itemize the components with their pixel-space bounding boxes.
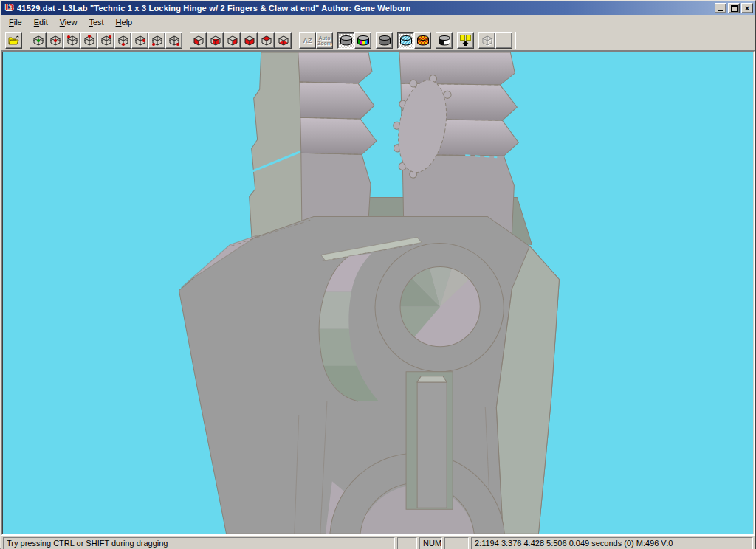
cube-right-face-icon — [227, 35, 238, 46]
menu-edit[interactable]: Edit — [28, 15, 54, 29]
cube-top-face-icon — [261, 35, 272, 46]
app-logo-icon: L3 — [3, 3, 15, 13]
menu-view[interactable]: View — [54, 15, 83, 29]
minimize-icon — [718, 10, 723, 11]
wire-cube-dot-icon — [168, 35, 180, 46]
cube-left-face-icon — [193, 35, 205, 46]
rotate-home-button[interactable] — [30, 32, 47, 49]
shading-checker-button[interactable] — [414, 32, 431, 49]
viewport-frame — [1, 51, 755, 535]
viewport-frame-inner — [2, 52, 754, 534]
close-button[interactable]: × — [741, 3, 753, 13]
window-title: 41529.dat - L3Lab "Technic 1 x 3 Locking… — [17, 4, 715, 13]
menu-file[interactable]: File — [3, 15, 28, 29]
rotate-down-button[interactable] — [114, 32, 131, 49]
wire-cube-dot-icon — [66, 35, 78, 46]
minimize-button[interactable] — [715, 3, 726, 13]
view-right-button[interactable] — [224, 32, 241, 49]
wireframe-mode-button — [478, 32, 495, 49]
status-numlock: NUM — [419, 537, 442, 549]
window-controls: × — [715, 3, 753, 13]
status-panel-empty-1 — [397, 537, 417, 549]
shading-dark-button[interactable] — [376, 32, 393, 49]
az-label: AZ — [303, 38, 312, 44]
gray-wire-cube-icon — [481, 35, 493, 46]
color-cylinder-icon — [357, 35, 370, 46]
auto-zoom-button: AutoZoom — [316, 32, 333, 49]
gray-cylinder-icon — [340, 35, 353, 46]
black-white-cylinder-icon — [438, 35, 451, 46]
titlebar[interactable]: L3 41529.dat - L3Lab "Technic 1 x 3 Lock… — [1, 1, 755, 15]
cube-back-face-icon — [244, 35, 255, 46]
wire-cube-dot-icon — [134, 35, 146, 46]
cube-bottom-face-icon — [278, 35, 289, 46]
dark-cylinder-icon — [378, 35, 391, 46]
wire-cube-green-dot-icon — [32, 35, 44, 46]
wire-cube-dot-icon — [117, 35, 129, 46]
hatched-cylinder-icon — [399, 35, 413, 46]
app-window: L3 41529.dat - L3Lab "Technic 1 x 3 Lock… — [0, 0, 756, 549]
shading-flat-gray-button[interactable] — [337, 32, 354, 49]
restore-icon — [731, 5, 738, 12]
step-up-button[interactable] — [457, 32, 474, 49]
wire-cube-dot-icon — [151, 35, 163, 46]
blank-button[interactable] — [495, 32, 512, 49]
rotate-down-right-button[interactable] — [165, 32, 182, 49]
model-viewport[interactable] — [3, 52, 753, 534]
view-back-button[interactable] — [241, 32, 258, 49]
shading-hatched-button[interactable] — [397, 32, 414, 49]
view-top-button[interactable] — [258, 32, 275, 49]
rotate-up-left-button[interactable] — [63, 32, 80, 49]
rotate-down-left-button[interactable] — [148, 32, 165, 49]
status-render-stats: 2:1194 3:376 4:428 5:506 0.049 seconds (… — [471, 537, 753, 549]
statusbar: Try pressing CTRL or SHIFT during draggi… — [1, 535, 755, 549]
view-bottom-button[interactable] — [275, 32, 292, 49]
open-folder-icon — [7, 35, 20, 46]
shading-color-button[interactable] — [354, 32, 371, 49]
restore-button[interactable] — [728, 3, 740, 13]
rotate-up-button[interactable] — [80, 32, 97, 49]
menu-help[interactable]: Help — [110, 15, 139, 29]
toolbar-separator — [515, 32, 516, 49]
toolbar: AZ AutoZoom — [1, 30, 755, 51]
auto-zoom-label: AutoZoom — [317, 35, 331, 46]
menu-test[interactable]: Test — [83, 15, 109, 29]
rotate-right-button[interactable] — [131, 32, 148, 49]
wire-cube-dot-icon — [83, 35, 95, 46]
status-message: Try pressing CTRL or SHIFT during draggi… — [3, 537, 395, 549]
view-front-button[interactable] — [207, 32, 224, 49]
menubar: File Edit View Test Help — [1, 15, 755, 30]
view-left-button[interactable] — [190, 32, 207, 49]
wire-cube-dot-icon — [100, 35, 112, 46]
open-file-button[interactable] — [5, 32, 22, 49]
checker-cylinder-icon — [416, 35, 430, 46]
status-panel-empty-2 — [444, 537, 469, 549]
wire-cube-dot-icon — [49, 35, 61, 46]
cube-front-face-icon — [210, 35, 221, 46]
az-button: AZ — [299, 32, 316, 49]
rotate-up-right-button[interactable] — [97, 32, 114, 49]
shading-bw-button[interactable] — [436, 32, 453, 49]
rotate-center-button[interactable] — [47, 32, 63, 49]
yellow-arrow-up-icon — [459, 34, 472, 46]
